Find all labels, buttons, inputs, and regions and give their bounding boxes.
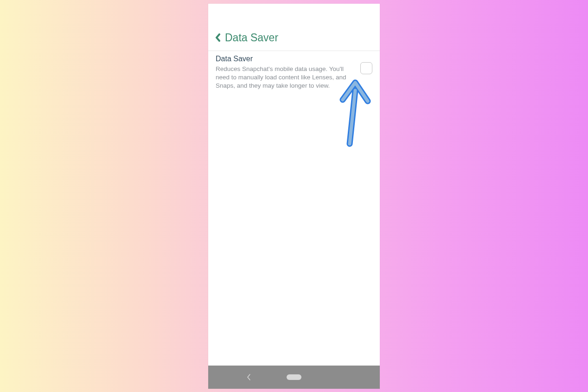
data-saver-checkbox[interactable] [360, 62, 372, 74]
phone-screen: Data Saver Data Saver Reduces Snapchat's… [208, 4, 380, 389]
data-saver-setting-row[interactable]: Data Saver Reduces Snapchat's mobile dat… [216, 55, 372, 90]
page-title: Data Saver [225, 32, 278, 44]
chevron-left-icon [215, 33, 221, 42]
home-pill-icon [287, 374, 301, 380]
setting-description: Reduces Snapchat's mobile data usage. Yo… [216, 65, 353, 90]
page-header: Data Saver [208, 27, 380, 51]
system-nav-bar [208, 366, 380, 389]
status-bar [208, 4, 380, 27]
back-icon [247, 373, 251, 381]
setting-text-container: Data Saver Reduces Snapchat's mobile dat… [216, 55, 353, 90]
setting-title: Data Saver [216, 55, 353, 63]
system-home-button[interactable] [285, 374, 303, 380]
content-area: Data Saver Reduces Snapchat's mobile dat… [208, 51, 380, 366]
system-back-button[interactable] [240, 373, 258, 381]
back-button[interactable] [215, 33, 221, 42]
